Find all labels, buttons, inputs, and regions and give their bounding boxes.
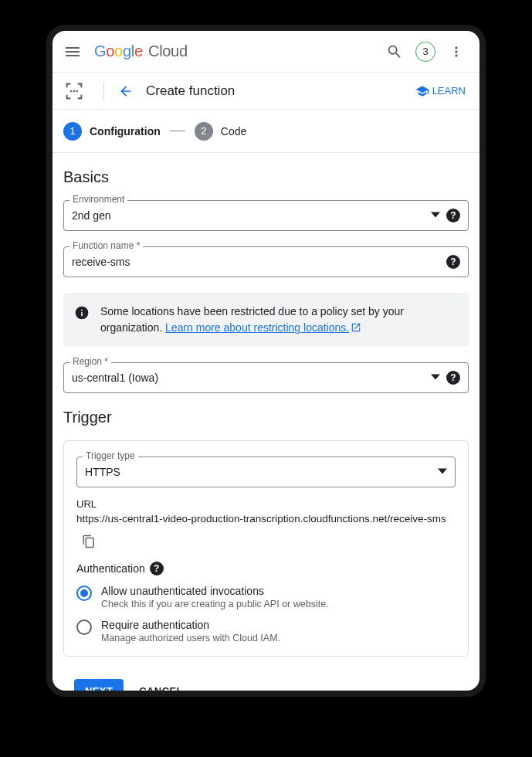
auth-radio-require[interactable]: Require authentication Manage authorized… [76,619,456,643]
step-1-label[interactable]: Configuration [90,125,161,137]
page-title: Create function [146,83,235,99]
form-scroll-area[interactable]: Basics Environment 2nd gen ? Function na… [53,153,479,691]
radio-title: Require authentication [101,619,280,631]
info-icon [74,305,90,321]
trigger-type-field: Trigger type HTTPS [76,457,456,487]
help-icon[interactable]: ? [446,255,460,269]
page-header-bar: Create function LEARN [53,73,479,110]
copy-icon[interactable] [76,529,101,554]
function-name-input[interactable] [72,256,440,268]
learn-button[interactable]: LEARN [415,84,466,98]
region-select[interactable]: us-central1 (Iowa) ? [63,362,469,393]
top-app-bar: Google Cloud 3 [53,31,479,73]
more-icon[interactable] [441,36,472,67]
function-name-input-box: ? [63,246,469,277]
svg-point-2 [76,90,78,92]
help-icon[interactable]: ? [446,371,460,385]
svg-point-0 [70,90,73,92]
function-name-label: Function name * [69,240,143,251]
svg-point-1 [73,90,76,92]
chevron-down-icon [438,465,447,479]
separator [103,82,104,100]
learn-label: LEARN [432,85,466,97]
radio-subtitle: Check this if you are creating a public … [101,599,329,609]
region-value: us-central1 (Iowa) [72,372,431,384]
chevron-down-icon [431,209,440,222]
step-1-circle[interactable]: 1 [63,122,82,141]
auth-heading: Authentication ? [76,562,456,575]
environment-value: 2nd gen [72,209,431,222]
region-field: Region * us-central1 (Iowa) ? [63,362,469,393]
cloud-functions-icon [62,79,86,104]
trigger-card: Trigger type HTTPS URL https://us-centra… [63,440,469,657]
environment-field: Environment 2nd gen ? [63,200,469,231]
radio-icon [76,586,92,601]
notif-count: 3 [415,42,435,62]
search-icon[interactable] [379,36,410,67]
auth-radio-unauth[interactable]: Allow unauthenticated invocations Check … [76,585,456,609]
environment-label: Environment [69,194,127,205]
url-label: URL [76,498,456,510]
help-icon[interactable]: ? [446,209,460,222]
url-value: https://us-central1-video-production-tra… [76,513,456,524]
learn-more-link[interactable]: Learn more about restricting locations. [165,321,361,334]
back-button[interactable] [112,77,140,105]
chevron-down-icon [431,371,440,385]
step-2-circle[interactable]: 2 [195,122,213,141]
device-frame: Google Cloud 3 Create function LEARN 1 C… [46,25,486,697]
radio-icon [76,620,92,635]
environment-select[interactable]: 2nd gen ? [63,200,469,231]
cancel-button[interactable]: CANCEL [139,685,183,691]
region-label: Region * [69,356,111,367]
location-restriction-info: Some locations have been restricted due … [63,293,469,347]
step-connector [170,131,185,131]
trigger-type-label: Trigger type [83,450,138,461]
basics-heading: Basics [63,168,469,186]
trigger-heading: Trigger [63,409,469,426]
next-button[interactable]: NEXT [74,679,124,691]
trigger-type-value: HTTPS [85,466,438,478]
menu-icon[interactable] [63,42,82,61]
step-2-label[interactable]: Code [221,125,246,137]
trigger-type-select[interactable]: HTTPS [76,457,456,487]
help-icon[interactable]: ? [150,562,164,575]
function-name-field: Function name * ? [63,246,469,277]
stepper: 1 Configuration 2 Code [53,110,479,153]
notifications-badge[interactable]: 3 [410,36,441,67]
radio-subtitle: Manage authorized users with Cloud IAM. [101,633,280,643]
form-footer: NEXT CANCEL [63,666,469,691]
google-cloud-logo[interactable]: Google Cloud [94,42,188,60]
external-link-icon [351,321,361,332]
radio-title: Allow unauthenticated invocations [101,585,329,597]
